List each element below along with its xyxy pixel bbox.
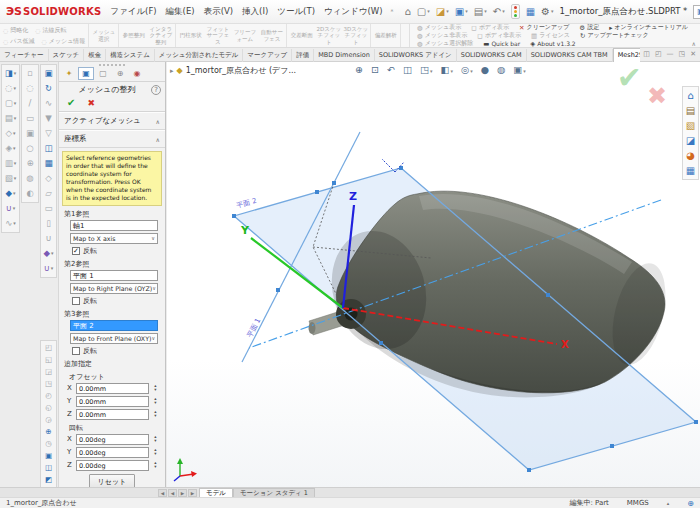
view-settings-icon[interactable]: ▣ [513, 64, 526, 75]
previous-view-icon[interactable]: ↶ [387, 64, 395, 75]
menu-item[interactable]: ファイル(F) [110, 6, 156, 18]
spinner[interactable]: ▴▾ [152, 410, 159, 418]
model-tab[interactable]: モーション スタディ 1 [233, 488, 315, 498]
display-style-icon[interactable]: ◧ [440, 64, 453, 75]
feature-tree-flyout[interactable]: ▸ ◆ 1_mortor_原点合わせ (デフ... [170, 65, 296, 76]
tool-icon[interactable]: ▢ [3, 96, 18, 111]
command-tab[interactable]: SOLIDWORKS アドイン [375, 49, 457, 62]
tool-icon[interactable]: ◱ [41, 354, 56, 366]
dimxpert-tab-icon[interactable]: ⊕ [112, 67, 128, 80]
home-tab-icon[interactable]: ⌂ [687, 90, 693, 101]
value-field[interactable]: 0.00mm [76, 409, 149, 420]
ribbon-button[interactable]: 3Dスケッチフィット [342, 24, 369, 47]
tool-icon[interactable]: ⊕ [41, 426, 56, 438]
tool-icon[interactable]: ▼ [41, 111, 56, 126]
ribbon-button[interactable]: 偏差解析 [372, 24, 399, 47]
menu-item[interactable]: ツール(T) [277, 6, 315, 18]
tool-icon[interactable]: ◵ [41, 402, 56, 414]
command-tab[interactable]: マークアップ [243, 49, 292, 62]
tool-icon[interactable]: ▭ [41, 201, 56, 216]
tool-icon[interactable]: ◍ [23, 171, 38, 186]
tool-icon[interactable]: ▧ [3, 171, 18, 186]
command-tab[interactable]: メッシュ分割されたモデル [155, 49, 244, 62]
tool-icon[interactable]: ▤ [3, 111, 18, 126]
ribbon-button[interactable]: ◍メッシュ選択解除 [417, 39, 473, 48]
tool-icon[interactable]: ◲ [41, 366, 56, 378]
tool-icon[interactable]: ◆ [41, 246, 56, 261]
tool-icon[interactable]: ∪ [41, 231, 56, 246]
command-tab[interactable]: スケッチ [49, 49, 85, 62]
menu-item[interactable]: 挿入(I) [242, 6, 268, 18]
confirmation-cancel-overlay[interactable]: ✖ [647, 82, 667, 110]
menu-item[interactable]: ウィンドウ(W) [324, 6, 383, 18]
tool-icon[interactable]: ▭ [23, 111, 38, 126]
cancel-button[interactable]: ✖ [87, 98, 95, 108]
spinner[interactable]: ▴▾ [152, 461, 159, 469]
ribbon-button[interactable]: ◌簡略化 [3, 26, 28, 35]
window-control-icon[interactable]: — [667, 50, 674, 58]
wrench-tab-icon[interactable]: ✦ [61, 67, 77, 80]
section-view-icon[interactable]: ◫ [403, 64, 412, 75]
configurations-tab-icon[interactable]: ▢ [95, 67, 111, 80]
tool-icon[interactable]: ▦ [41, 156, 56, 171]
ok-button[interactable]: ✔ [67, 97, 75, 108]
window-control-icon[interactable]: ✕ [690, 50, 696, 58]
custom-properties-icon[interactable]: ▦ [686, 165, 695, 176]
command-tab[interactable]: 構造システム [106, 49, 155, 62]
model-tab[interactable]: モデル [199, 488, 233, 498]
ribbon-button[interactable]: 2Dスケッチフィット [315, 24, 342, 47]
command-tab[interactable]: MBD Dimension [314, 49, 375, 62]
zoom-fit-icon[interactable]: ⊕ [355, 64, 363, 75]
spinner[interactable]: ▴▾ [152, 384, 159, 392]
settings-gear-icon[interactable]: ⚙ [541, 7, 553, 17]
zoom-area-icon[interactable]: ⊡ [371, 64, 379, 75]
tool-icon[interactable]: ◶ [41, 414, 56, 426]
confirmation-ok-overlay[interactable]: ✔ [617, 62, 642, 95]
tool-icon[interactable]: ◇ [3, 126, 18, 141]
panel-grip[interactable] [99, 64, 125, 66]
reset-button[interactable]: リセット [89, 474, 136, 487]
tool-icon[interactable]: ∿ [3, 216, 18, 231]
hide-show-items-icon[interactable]: ◎ [461, 64, 473, 75]
ribbon-button[interactable]: インタラクティブ整列 [147, 24, 174, 47]
tool-icon[interactable]: ▣ [41, 66, 56, 81]
sheet-nav-button[interactable]: ▶ [188, 489, 197, 497]
ribbon-button[interactable]: フィットサーフェス [204, 24, 231, 47]
print-icon[interactable]: ▤ [474, 7, 487, 17]
ribbon-button[interactable]: ◌パス低減 [3, 37, 35, 46]
appearances-scenes-icon[interactable]: ◕ [686, 150, 695, 161]
tool-icon[interactable]: ▱ [41, 186, 56, 201]
rebuild-icon[interactable] [511, 4, 520, 19]
command-tab[interactable]: 評価 [292, 49, 314, 62]
flip-checkbox[interactable] [72, 297, 80, 305]
tool-icon[interactable]: ◴ [41, 390, 56, 402]
tool-icon[interactable]: ⊕ [23, 156, 38, 171]
tool-icon[interactable]: ▫ [23, 66, 38, 81]
tool-icon[interactable]: ○ [23, 141, 38, 156]
flip-checkbox[interactable] [72, 347, 80, 355]
options-grid-icon[interactable]: ▦ [526, 7, 535, 17]
mapping-dropdown[interactable]: Map to X axis∨ [70, 233, 158, 244]
edit-appearance-icon[interactable]: ● [481, 64, 489, 75]
value-field[interactable]: 0.00deg [76, 434, 149, 445]
propertymanager-tab-icon[interactable]: ▣ [78, 67, 94, 80]
command-tab[interactable]: SOLIDWORKS CAM TBM [527, 49, 613, 62]
tool-icon[interactable]: ∿ [41, 96, 56, 111]
reference-input[interactable]: 平面 1 [70, 270, 158, 281]
value-field[interactable]: 0.00mm [76, 396, 149, 407]
menu-item[interactable]: 編集(E) [166, 6, 195, 18]
window-control-icon[interactable]: ◰ [655, 50, 662, 58]
tool-icon[interactable]: ◷ [41, 438, 56, 450]
open-icon[interactable]: ◪ [436, 7, 449, 17]
tool-icon[interactable]: ◨ [3, 66, 18, 81]
design-library-icon[interactable]: ▤ [686, 105, 695, 116]
ribbon-button[interactable]: メッシュ選択 [90, 24, 117, 47]
spinner[interactable]: ▴▾ [152, 435, 159, 443]
units-indicator[interactable]: MMGS [627, 499, 649, 507]
value-field[interactable]: 0.00deg [76, 460, 149, 471]
sheet-nav-button[interactable]: ▶ [178, 489, 187, 497]
spinner[interactable]: ▴▾ [152, 397, 159, 405]
command-tab[interactable]: フィーチャー [0, 49, 49, 62]
tool-icon[interactable]: ◇ [41, 171, 56, 186]
menu-item[interactable]: 表示(V) [204, 6, 233, 18]
